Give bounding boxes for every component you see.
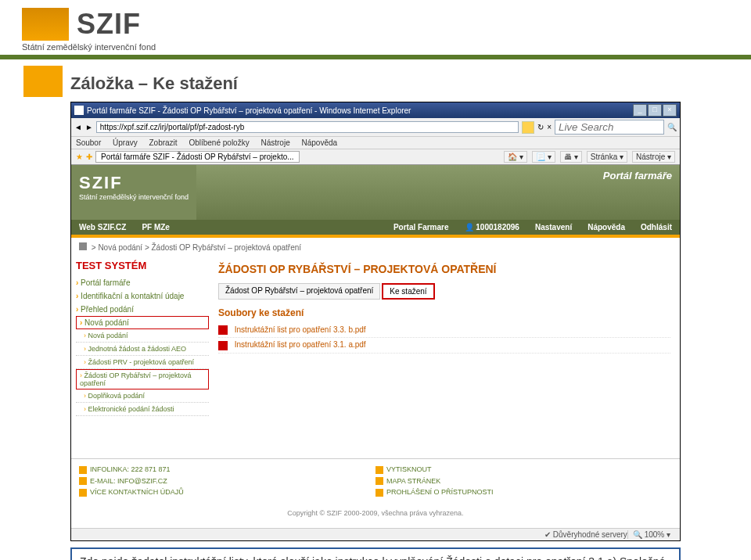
print-link[interactable]: VYTISKNOUT: [386, 465, 432, 473]
page-heading: ŽÁDOSTI OP RYBÁŘSTVÍ – PROJEKTOVÁ OPATŘE…: [218, 263, 670, 275]
sidebar-sub-elektron[interactable]: Elektronické podání žádosti: [76, 403, 209, 416]
menu-file[interactable]: Soubor: [76, 138, 101, 147]
refresh-icon[interactable]: ↻: [537, 123, 544, 131]
accessibility-link[interactable]: PROHLÁŠENÍ O PŘÍSTUPNOSTI: [386, 488, 494, 496]
maximize-button[interactable]: □: [648, 104, 662, 117]
home-icon[interactable]: [79, 242, 87, 250]
accessibility-icon: [376, 489, 383, 497]
breadcrumb-text: > Nová podání > Žádosti OP Rybářství – p…: [92, 243, 301, 252]
tab-zadost[interactable]: Žádost OP Rybářství – projektová opatřen…: [218, 283, 380, 300]
print-button[interactable]: 🖶 ▾: [560, 151, 582, 163]
sitemap-icon: [376, 477, 383, 485]
callout-text: Zde najde žadatel instruktážní listy, kt…: [80, 555, 665, 560]
window-title: Portál farmáře SZIF - Žádosti OP Rybářst…: [87, 106, 411, 115]
address-input[interactable]: [96, 121, 519, 133]
portal-label: Portál farmáře: [603, 170, 672, 181]
nav-pf-mze[interactable]: PF MZe: [134, 220, 178, 235]
nav-help[interactable]: Nápověda: [580, 220, 633, 235]
pdf-icon: [218, 341, 228, 350]
browser-window: Portál farmáře SZIF - Žádosti OP Rybářst…: [70, 102, 681, 541]
browser-statusbar: ✔ Důvěryhodné servery 🔍 100% ▾: [71, 528, 680, 540]
portal-nav: Web SZIF.CZ PF MZe Portal Farmare 👤 1000…: [71, 220, 680, 238]
test-system-label: TEST SYSTÉM: [76, 260, 209, 271]
contacts-icon: [79, 489, 87, 497]
email-link[interactable]: INFO@SZIF.CZ: [117, 477, 167, 485]
breadcrumb: > Nová podání > Žádosti OP Rybářství – p…: [71, 238, 680, 257]
org-logo-text: SZIF: [77, 8, 141, 41]
zoom-control[interactable]: 🔍 100% ▾: [627, 530, 675, 539]
menu-tools[interactable]: Nástroje: [261, 138, 289, 147]
search-input[interactable]: [555, 120, 664, 135]
mail-icon: [79, 477, 87, 485]
portal-logo-text: SZIF: [79, 173, 189, 193]
tab-ke-stazeni[interactable]: Ke stažení: [382, 283, 434, 300]
window-titlebar: Portál farmáře SZIF - Žádosti OP Rybářst…: [71, 102, 680, 118]
infolinka-number: 222 871 871: [131, 465, 171, 473]
main-content: ŽÁDOSTI OP RYBÁŘSTVÍ – PROJEKTOVÁ OPATŘE…: [209, 257, 680, 419]
browser-toolbar: ★ ✚ Portál farmáře SZIF - Žádosti OP Ryb…: [71, 149, 680, 165]
tab-label: Portál farmáře SZIF - Žádosti OP Rybářst…: [101, 153, 294, 161]
sitemap-link[interactable]: MAPA STRÁNEK: [386, 477, 440, 485]
browser-tab-active[interactable]: Portál farmáře SZIF - Žádosti OP Rybářst…: [95, 151, 300, 163]
slide-title: Záložka – Ke stažení: [0, 74, 751, 102]
stop-icon[interactable]: ×: [547, 123, 552, 131]
page-menu[interactable]: Stránka ▾: [587, 151, 627, 163]
portal-logo-subtitle: Státní zemědělský intervenční fond: [79, 193, 189, 201]
org-logo: SZIF: [22, 8, 141, 41]
favorites-icon[interactable]: ★: [76, 153, 83, 161]
nav-back-icon[interactable]: ◄: [74, 123, 82, 131]
more-contacts-link[interactable]: VÍCE KONTAKTNÍCH ÚDAJŮ: [90, 488, 184, 496]
sidebar-item-prehled[interactable]: Přehled podání: [76, 303, 209, 316]
search-go-icon[interactable]: 🔍: [667, 123, 677, 131]
sidebar-sub-prv[interactable]: Žádosti PRV - projektová opatření: [76, 356, 209, 369]
address-bar-row: ◄ ► ↻ × 🔍: [71, 118, 680, 137]
menu-edit[interactable]: Úpravy: [113, 138, 138, 147]
slide-header: SZIF: [0, 0, 751, 41]
tools-menu[interactable]: Nástroje ▾: [632, 151, 675, 163]
menu-help[interactable]: Nápověda: [302, 138, 338, 147]
callout-box: Zde najde žadatel instruktážní listy, kt…: [70, 547, 681, 560]
email-label: E-MAIL:: [90, 477, 116, 485]
sidebar-sub-jednotna[interactable]: Jednotná žádost a žádosti AEO: [76, 343, 209, 356]
file-row: Instruktážní list pro opatření 3.1. a.pd…: [218, 338, 670, 353]
sidebar: TEST SYSTÉM Portál farmáře Identifikační…: [71, 257, 209, 419]
divider-bar: [0, 55, 751, 59]
feed-button[interactable]: 📃 ▾: [532, 151, 555, 163]
infolinka-label: INFOLINKA:: [90, 465, 129, 473]
content-tabs: Žádost OP Rybářství – projektová opatřen…: [218, 283, 670, 300]
menu-view[interactable]: Zobrazit: [149, 138, 178, 147]
sidebar-item-portal[interactable]: Portál farmáře: [76, 276, 209, 289]
nav-portal-farmare[interactable]: Portal Farmare: [386, 220, 457, 235]
menu-favorites[interactable]: Oblíbené položky: [189, 138, 249, 147]
copyright: Copyright © SZIF 2000-2009, všechna práv…: [71, 503, 680, 528]
sidebar-sub-rybarstvi[interactable]: Žádosti OP Rybářství – projektová opatře…: [76, 369, 209, 389]
browser-menubar: Soubor Úpravy Zobrazit Oblíbené položky …: [71, 137, 680, 149]
ie-icon: [74, 106, 84, 115]
pdf-icon: [218, 325, 228, 335]
sidebar-sub-nova[interactable]: Nová podání: [76, 329, 209, 343]
file-link-2[interactable]: Instruktážní list pro opatření 3.1. a.pd…: [235, 340, 366, 349]
sidebar-sub-doplnkova[interactable]: Doplňková podání: [76, 389, 209, 403]
sidebar-item-nova-podani[interactable]: Nová podání: [76, 316, 209, 329]
lock-icon: [522, 121, 534, 134]
file-link-1[interactable]: Instruktážní list pro opatření 3.3. b.pd…: [235, 325, 366, 334]
add-favorite-icon[interactable]: ✚: [86, 153, 92, 161]
nav-web-szif[interactable]: Web SZIF.CZ: [71, 220, 134, 235]
minimize-button[interactable]: _: [633, 104, 647, 117]
portal-banner: SZIF Státní zemědělský intervenční fond …: [71, 165, 680, 220]
phone-icon: [79, 466, 87, 474]
sidebar-item-ident[interactable]: Identifikační a kontaktní údaje: [76, 289, 209, 303]
security-zone: ✔ Důvěryhodné servery: [544, 530, 627, 539]
nav-settings[interactable]: Nastavení: [527, 220, 580, 235]
home-button[interactable]: 🏠 ▾: [504, 151, 527, 163]
logo-mark: [22, 8, 69, 41]
section-title: Soubory ke stažení: [218, 307, 670, 318]
portal-footer: INFOLINKA: 222 871 871 E-MAIL: INFO@SZIF…: [71, 458, 680, 503]
org-subtitle: Státní zemědělský intervenční fond: [0, 41, 751, 55]
close-button[interactable]: ×: [663, 104, 677, 117]
print-icon: [376, 466, 383, 474]
nav-user-id[interactable]: 👤 1000182096: [457, 220, 527, 235]
nav-forward-icon[interactable]: ►: [85, 123, 93, 131]
nav-logout[interactable]: Odhlásit: [633, 220, 680, 235]
file-row: Instruktážní list pro opatření 3.3. b.pd…: [218, 323, 670, 338]
